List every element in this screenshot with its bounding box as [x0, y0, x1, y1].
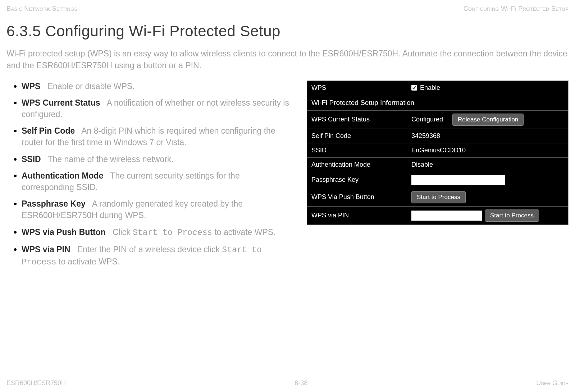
wps-row-label: Self Pin Code [307, 129, 408, 143]
definition-list: WPS Enable or disable WPS. WPS Current S… [6, 80, 293, 268]
list-item: SSID The name of the wireless network. [22, 153, 293, 165]
wps-panel: WPS Enable Wi-Fi Protected Setup Informa… [307, 80, 569, 225]
desc: The name of the wireless network. [43, 155, 174, 164]
desc: Click Start to Process to activate WPS. [108, 227, 275, 237]
footer-page-number: 6-38 [295, 379, 307, 387]
term: WPS via PIN [22, 245, 70, 254]
list-item: WPS Enable or disable WPS. [22, 80, 293, 92]
wps-row-label: WPS [307, 81, 408, 94]
wps-row-label: WPS Via Push Button [307, 190, 408, 204]
wps-pin-input[interactable] [411, 211, 482, 221]
list-item: WPS Current Status A notification of whe… [22, 97, 293, 120]
term: SSID [22, 155, 41, 164]
header-left: Basic Network Settings [6, 5, 77, 13]
wps-enable-label: Enable [420, 84, 440, 92]
section-title: 6.3.5 Configuring Wi-Fi Protected Setup [6, 23, 569, 40]
list-item: Self Pin Code An 8-digit PIN which is re… [22, 125, 293, 148]
term: WPS via Push Button [22, 227, 106, 237]
release-configuration-button[interactable]: Release Configuration [452, 114, 524, 126]
wps-row-label: WPS via PIN [307, 209, 408, 222]
term: WPS Current Status [22, 98, 100, 107]
wps-section-header: Wi-Fi Protected Setup Information [307, 95, 568, 111]
wps-enable-checkbox[interactable] [411, 85, 417, 91]
page-footer: ESR600H/ESR750H 6-38 User Guide [6, 379, 569, 387]
list-item: Authentication Mode The current security… [22, 170, 293, 193]
ssid-value: EnGeniusCCDD10 [408, 144, 568, 157]
term: Passphrase Key [22, 199, 86, 208]
list-item: Passphrase Key A randomly generated key … [22, 198, 293, 221]
page-header: Basic Network Settings Configuring Wi-Fi… [6, 5, 569, 13]
header-right: Configuring Wi-Fi Protected Setup [464, 5, 569, 13]
auth-mode-value: Disable [408, 158, 568, 171]
term: WPS [22, 82, 40, 91]
wps-pin-button[interactable]: Start to Process [485, 209, 539, 222]
passphrase-input[interactable] [411, 175, 505, 185]
footer-right: User Guide [536, 379, 569, 387]
term: Authentication Mode [22, 171, 103, 180]
desc: Enable or disable WPS. [43, 82, 135, 91]
list-item: WPS via Push Button Click Start to Proce… [22, 226, 293, 239]
wps-row-label: WPS Current Status [307, 113, 408, 126]
term: Self Pin Code [22, 126, 75, 135]
wps-row-label: Passphrase Key [307, 173, 408, 186]
footer-left: ESR600H/ESR750H [6, 379, 66, 387]
wps-row-label: Authentication Mode [307, 158, 408, 171]
wps-current-status-value: Configured [411, 116, 443, 123]
wps-push-button[interactable]: Start to Process [411, 191, 466, 203]
intro-paragraph: Wi-Fi protected setup (WPS) is an easy w… [6, 48, 569, 72]
self-pin-value: 34259368 [408, 129, 568, 143]
list-item: WPS via PIN Enter the PIN of a wireless … [22, 244, 293, 268]
wps-row-label: SSID [307, 144, 408, 157]
